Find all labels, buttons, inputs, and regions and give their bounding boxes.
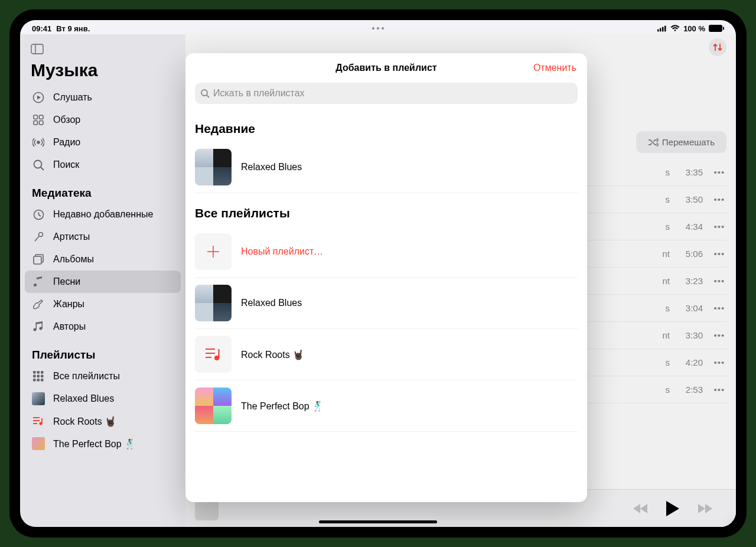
recent-section-title: Недавние [195, 109, 578, 142]
new-playlist-label: Новый плейлист… [241, 246, 323, 257]
new-playlist-button[interactable]: Новый плейлист… [195, 226, 578, 278]
playlist-row-relaxed[interactable]: Relaxed Blues [195, 278, 578, 329]
svg-rect-1 [660, 28, 662, 32]
playlist-row-bop[interactable]: The Perfect Bop 🕺🏽 [195, 380, 578, 432]
playlist-name: The Perfect Bop 🕺🏽 [241, 401, 324, 412]
screen: 09:41 Вт 9 янв. 100 % Музыка [20, 20, 736, 527]
modal-title: Добавить в плейлист [335, 63, 436, 73]
status-time: 09:41 [32, 24, 51, 33]
svg-rect-0 [657, 30, 659, 32]
device-frame: 09:41 Вт 9 янв. 100 % Музыка [9, 9, 747, 538]
playlist-row-recent-relaxed[interactable]: Relaxed Blues [195, 142, 578, 193]
search-input[interactable]: Искать в плейлистах [195, 83, 578, 104]
playlist-artwork [195, 285, 232, 321]
cancel-button[interactable]: Отменить [533, 63, 576, 73]
search-icon [201, 89, 210, 98]
home-indicator[interactable] [319, 520, 437, 523]
wifi-icon [670, 25, 680, 32]
playlist-row-rock[interactable]: Rock Roots 🤘🏿 [195, 329, 578, 380]
battery-icon [709, 25, 724, 32]
multitask-dots[interactable] [372, 27, 384, 30]
playlist-name: Relaxed Blues [241, 162, 302, 172]
cellular-icon [657, 25, 667, 32]
svg-rect-4 [709, 25, 722, 32]
playlist-name: Relaxed Blues [241, 298, 302, 308]
svg-rect-3 [664, 26, 666, 32]
svg-rect-2 [662, 27, 664, 32]
status-date: Вт 9 янв. [56, 24, 90, 33]
search-placeholder: Искать в плейлистах [213, 88, 305, 99]
playlist-artwork [195, 149, 232, 185]
all-section-title: Все плейлисты [195, 193, 578, 226]
plus-icon [195, 233, 232, 270]
status-bar: 09:41 Вт 9 янв. 100 % [20, 20, 736, 34]
svg-rect-5 [723, 27, 724, 30]
svg-line-39 [207, 95, 209, 97]
battery-percent: 100 % [683, 24, 705, 33]
playlist-name: Rock Roots 🤘🏿 [241, 349, 304, 360]
playlist-artwork [195, 336, 232, 373]
add-to-playlist-modal: Добавить в плейлист Отменить Искать в пл… [185, 53, 587, 502]
svg-point-38 [201, 90, 207, 96]
playlist-artwork [195, 388, 232, 424]
